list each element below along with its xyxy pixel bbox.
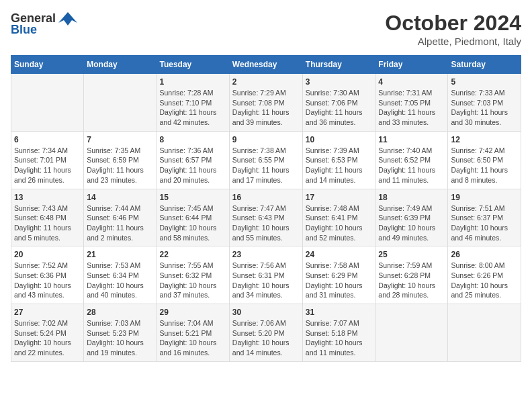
calendar-cell: 23Sunrise: 7:56 AMSunset: 6:31 PMDayligh…	[229, 246, 302, 304]
day-info: Sunrise: 7:29 AMSunset: 7:08 PMDaylight:…	[232, 88, 300, 128]
day-number: 29	[160, 308, 226, 317]
day-header-friday: Friday	[375, 56, 448, 74]
day-info: Sunrise: 8:00 AMSunset: 6:26 PMDaylight:…	[451, 261, 518, 300]
calendar-cell: 12Sunrise: 7:42 AMSunset: 6:50 PMDayligh…	[448, 131, 521, 189]
day-header-monday: Monday	[84, 56, 157, 74]
day-number: 6	[14, 135, 81, 144]
calendar-cell: 17Sunrise: 7:48 AMSunset: 6:41 PMDayligh…	[302, 189, 375, 246]
day-number: 30	[232, 308, 300, 317]
day-header-thursday: Thursday	[302, 56, 375, 74]
day-info: Sunrise: 7:36 AMSunset: 6:57 PMDaylight:…	[160, 146, 226, 185]
day-number: 24	[306, 250, 373, 259]
day-info: Sunrise: 7:06 AMSunset: 5:20 PMDaylight:…	[232, 318, 300, 358]
logo-blue-text: Blue	[11, 23, 37, 37]
day-info: Sunrise: 7:59 AMSunset: 6:28 PMDaylight:…	[378, 261, 445, 300]
calendar-cell: 7Sunrise: 7:35 AMSunset: 6:59 PMDaylight…	[84, 131, 157, 189]
day-info: Sunrise: 7:44 AMSunset: 6:46 PMDaylight:…	[87, 203, 153, 243]
day-number: 20	[14, 250, 81, 259]
header: General Blue October 2024 Alpette, Piedm…	[11, 11, 521, 47]
day-info: Sunrise: 7:47 AMSunset: 6:43 PMDaylight:…	[232, 203, 300, 243]
day-info: Sunrise: 7:55 AMSunset: 6:32 PMDaylight:…	[160, 261, 226, 300]
day-info: Sunrise: 7:48 AMSunset: 6:41 PMDaylight:…	[306, 203, 373, 243]
day-info: Sunrise: 7:28 AMSunset: 7:10 PMDaylight:…	[160, 88, 226, 128]
day-info: Sunrise: 7:49 AMSunset: 6:39 PMDaylight:…	[378, 203, 445, 243]
day-number: 13	[14, 193, 81, 202]
day-info: Sunrise: 7:45 AMSunset: 6:44 PMDaylight:…	[160, 203, 226, 243]
calendar-cell	[11, 74, 84, 132]
day-info: Sunrise: 7:51 AMSunset: 6:37 PMDaylight:…	[451, 203, 518, 243]
day-info: Sunrise: 7:34 AMSunset: 7:01 PMDaylight:…	[14, 146, 81, 185]
day-number: 18	[378, 193, 445, 202]
day-number: 27	[14, 308, 81, 317]
day-info: Sunrise: 7:58 AMSunset: 6:29 PMDaylight:…	[306, 261, 373, 300]
day-header-tuesday: Tuesday	[157, 56, 229, 74]
calendar-cell: 9Sunrise: 7:38 AMSunset: 6:55 PMDaylight…	[229, 131, 302, 189]
location: Alpette, Piedmont, Italy	[385, 36, 521, 47]
day-number: 21	[87, 250, 153, 259]
day-number: 3	[306, 77, 373, 87]
day-number: 10	[306, 135, 373, 144]
day-info: Sunrise: 7:30 AMSunset: 7:06 PMDaylight:…	[306, 88, 373, 128]
day-header-saturday: Saturday	[448, 56, 521, 74]
calendar-cell: 20Sunrise: 7:52 AMSunset: 6:36 PMDayligh…	[11, 246, 84, 304]
day-info: Sunrise: 7:56 AMSunset: 6:31 PMDaylight:…	[232, 261, 300, 300]
calendar-week-row: 20Sunrise: 7:52 AMSunset: 6:36 PMDayligh…	[11, 246, 521, 304]
month-title: October 2024	[385, 11, 521, 36]
calendar-cell: 11Sunrise: 7:40 AMSunset: 6:52 PMDayligh…	[375, 131, 448, 189]
day-info: Sunrise: 7:40 AMSunset: 6:52 PMDaylight:…	[378, 146, 445, 185]
day-info: Sunrise: 7:02 AMSunset: 5:24 PMDaylight:…	[14, 318, 81, 358]
day-number: 17	[306, 193, 373, 202]
calendar-cell: 15Sunrise: 7:45 AMSunset: 6:44 PMDayligh…	[157, 189, 229, 246]
day-info: Sunrise: 7:04 AMSunset: 5:21 PMDaylight:…	[160, 318, 226, 358]
day-info: Sunrise: 7:07 AMSunset: 5:18 PMDaylight:…	[306, 318, 373, 358]
calendar-week-row: 27Sunrise: 7:02 AMSunset: 5:24 PMDayligh…	[11, 304, 521, 362]
day-number: 11	[378, 135, 445, 144]
day-number: 15	[160, 193, 226, 202]
day-info: Sunrise: 7:43 AMSunset: 6:48 PMDaylight:…	[14, 203, 81, 243]
day-header-wednesday: Wednesday	[229, 56, 302, 74]
day-number: 28	[87, 308, 153, 317]
calendar-cell: 30Sunrise: 7:06 AMSunset: 5:20 PMDayligh…	[229, 304, 302, 362]
day-info: Sunrise: 7:52 AMSunset: 6:36 PMDaylight:…	[14, 261, 81, 300]
svg-marker-0	[58, 12, 77, 26]
day-number: 22	[160, 250, 226, 259]
day-info: Sunrise: 7:38 AMSunset: 6:55 PMDaylight:…	[232, 146, 300, 185]
day-number: 9	[232, 135, 300, 144]
calendar-cell: 25Sunrise: 7:59 AMSunset: 6:28 PMDayligh…	[375, 246, 448, 304]
calendar-cell: 31Sunrise: 7:07 AMSunset: 5:18 PMDayligh…	[302, 304, 375, 362]
day-number: 23	[232, 250, 300, 259]
calendar-cell: 21Sunrise: 7:53 AMSunset: 6:34 PMDayligh…	[84, 246, 157, 304]
calendar-cell: 19Sunrise: 7:51 AMSunset: 6:37 PMDayligh…	[448, 189, 521, 246]
calendar-cell: 14Sunrise: 7:44 AMSunset: 6:46 PMDayligh…	[84, 189, 157, 246]
logo-bird-icon	[58, 11, 77, 26]
day-header-sunday: Sunday	[11, 56, 84, 74]
calendar-cell: 5Sunrise: 7:33 AMSunset: 7:03 PMDaylight…	[448, 74, 521, 132]
day-info: Sunrise: 7:53 AMSunset: 6:34 PMDaylight:…	[87, 261, 153, 300]
calendar-week-row: 1Sunrise: 7:28 AMSunset: 7:10 PMDaylight…	[11, 74, 521, 132]
logo: General Blue	[11, 11, 77, 37]
day-info: Sunrise: 7:42 AMSunset: 6:50 PMDaylight:…	[451, 146, 518, 185]
calendar-cell: 28Sunrise: 7:03 AMSunset: 5:23 PMDayligh…	[84, 304, 157, 362]
calendar-cell: 24Sunrise: 7:58 AMSunset: 6:29 PMDayligh…	[302, 246, 375, 304]
calendar-week-row: 13Sunrise: 7:43 AMSunset: 6:48 PMDayligh…	[11, 189, 521, 246]
calendar-cell: 18Sunrise: 7:49 AMSunset: 6:39 PMDayligh…	[375, 189, 448, 246]
calendar-cell: 10Sunrise: 7:39 AMSunset: 6:53 PMDayligh…	[302, 131, 375, 189]
day-number: 5	[451, 77, 518, 87]
calendar-cell: 26Sunrise: 8:00 AMSunset: 6:26 PMDayligh…	[448, 246, 521, 304]
calendar-cell: 16Sunrise: 7:47 AMSunset: 6:43 PMDayligh…	[229, 189, 302, 246]
calendar-cell: 8Sunrise: 7:36 AMSunset: 6:57 PMDaylight…	[157, 131, 229, 189]
day-info: Sunrise: 7:39 AMSunset: 6:53 PMDaylight:…	[306, 146, 373, 185]
calendar-cell: 3Sunrise: 7:30 AMSunset: 7:06 PMDaylight…	[302, 74, 375, 132]
calendar-cell: 2Sunrise: 7:29 AMSunset: 7:08 PMDaylight…	[229, 74, 302, 132]
day-number: 19	[451, 193, 518, 202]
calendar-cell: 29Sunrise: 7:04 AMSunset: 5:21 PMDayligh…	[157, 304, 229, 362]
calendar-cell: 1Sunrise: 7:28 AMSunset: 7:10 PMDaylight…	[157, 74, 229, 132]
calendar-cell: 22Sunrise: 7:55 AMSunset: 6:32 PMDayligh…	[157, 246, 229, 304]
day-info: Sunrise: 7:33 AMSunset: 7:03 PMDaylight:…	[451, 88, 518, 128]
calendar-cell	[84, 74, 157, 132]
calendar-week-row: 6Sunrise: 7:34 AMSunset: 7:01 PMDaylight…	[11, 131, 521, 189]
day-number: 14	[87, 193, 153, 202]
day-info: Sunrise: 7:03 AMSunset: 5:23 PMDaylight:…	[87, 318, 153, 358]
title-area: October 2024 Alpette, Piedmont, Italy	[385, 11, 521, 47]
day-number: 16	[232, 193, 300, 202]
